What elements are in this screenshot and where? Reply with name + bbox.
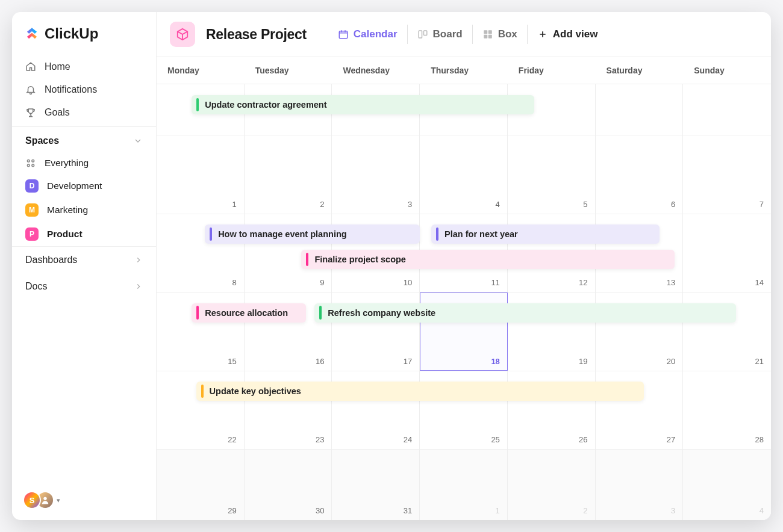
calendar-cell[interactable]: 1 <box>157 135 245 214</box>
day-number: 8 <box>232 278 236 287</box>
calendar-week: 2930311234 <box>157 450 771 520</box>
svg-rect-8 <box>484 30 487 34</box>
calendar-event[interactable]: Finalize project scope <box>301 250 674 269</box>
calendar-event[interactable]: Refresh company website <box>314 303 735 323</box>
calendar-cell[interactable]: 2 <box>245 135 332 214</box>
bell-icon <box>25 84 36 95</box>
calendar-cell[interactable]: 31 <box>332 450 420 520</box>
calendar-cell[interactable]: 3 <box>332 135 420 214</box>
nav-dashboards[interactable]: Dashboards <box>12 246 156 273</box>
day-number: 13 <box>667 278 675 287</box>
calendar-event[interactable]: How to manage event planning <box>205 224 420 244</box>
primary-nav: Home Notifications Goals <box>12 53 156 126</box>
day-number: 3 <box>408 200 412 209</box>
svg-point-2 <box>27 164 30 167</box>
view-add[interactable]: Add view <box>527 25 608 44</box>
space-label: Marketing <box>47 205 88 215</box>
day-number: 29 <box>228 506 236 515</box>
day-number: 24 <box>404 435 412 444</box>
event-title: Plan for next year <box>445 229 518 239</box>
calendar-cell[interactable]: 6 <box>596 135 684 214</box>
day-number: 27 <box>667 435 675 444</box>
view-board-label: Board <box>433 28 463 40</box>
main-panel: Release Project Calendar Board <box>157 12 771 520</box>
calendar-cell[interactable]: 14 <box>683 214 771 292</box>
view-box[interactable]: Box <box>472 25 527 44</box>
spaces-toggle[interactable]: Spaces <box>12 127 156 152</box>
svg-point-0 <box>27 159 30 162</box>
caret-down-icon: ▾ <box>57 496 60 504</box>
project-title: Release Project <box>206 26 307 43</box>
day-number: 4 <box>760 506 764 515</box>
event-color-bar <box>306 253 308 266</box>
view-tabs: Calendar Board Box <box>328 25 608 44</box>
space-badge: P <box>25 227 39 241</box>
calendar-event[interactable]: Plan for next year <box>431 224 660 244</box>
day-number: 15 <box>228 357 236 366</box>
profile-switcher[interactable]: S ▾ <box>12 483 156 520</box>
svg-point-1 <box>32 159 34 162</box>
day-header: Monday <box>157 57 245 84</box>
day-number: 2 <box>320 200 324 209</box>
view-calendar[interactable]: Calendar <box>328 25 407 44</box>
event-title: Update contractor agreement <box>205 100 326 110</box>
clickup-logo-icon <box>24 26 40 42</box>
calendar-cell[interactable]: 29 <box>157 450 245 520</box>
spaces-label: Spaces <box>25 135 59 146</box>
event-color-bar <box>196 306 199 319</box>
day-header: Saturday <box>596 57 684 84</box>
calendar-event[interactable]: Resource allocation <box>192 303 305 323</box>
calendar-cell[interactable]: 4 <box>683 450 771 520</box>
calendar-cell[interactable]: 30 <box>245 450 332 520</box>
calendar-cell[interactable] <box>683 84 771 135</box>
space-item-marketing[interactable]: MMarketing <box>12 198 156 222</box>
calendar-cell[interactable]: 7 <box>683 135 771 214</box>
calendar-cell[interactable]: 4 <box>420 135 508 214</box>
event-color-bar <box>436 227 438 241</box>
calendar-cell[interactable]: 5 <box>508 135 596 214</box>
calendar-cell[interactable]: 3 <box>596 450 684 520</box>
nav-home[interactable]: Home <box>12 55 156 78</box>
space-item-product[interactable]: PProduct <box>12 222 156 246</box>
svg-rect-9 <box>488 30 491 34</box>
day-header: Wednesday <box>332 57 420 84</box>
day-number: 1 <box>232 200 236 209</box>
box-icon <box>482 29 493 40</box>
event-color-bar <box>210 227 212 241</box>
day-number: 22 <box>228 435 236 444</box>
event-color-bar <box>196 98 199 111</box>
project-header: Release Project Calendar Board <box>157 12 771 57</box>
svg-rect-5 <box>339 31 348 39</box>
trophy-icon <box>25 107 36 118</box>
space-everything-label: Everything <box>45 158 89 169</box>
svg-rect-6 <box>419 31 422 38</box>
day-number: 18 <box>491 357 499 366</box>
day-number: 3 <box>671 506 675 515</box>
space-everything[interactable]: Everything <box>12 152 156 174</box>
day-number: 2 <box>583 506 587 515</box>
view-board[interactable]: Board <box>407 25 472 44</box>
day-number: 28 <box>755 435 764 444</box>
space-item-development[interactable]: DDevelopment <box>12 174 156 198</box>
calendar-day-header: MondayTuesdayWednesdayThursdayFridaySatu… <box>157 57 771 84</box>
calendar-cell[interactable]: 28 <box>683 371 771 450</box>
nav-docs[interactable]: Docs <box>12 273 156 300</box>
space-label: Product <box>47 229 83 240</box>
nav-home-label: Home <box>45 61 70 72</box>
event-title: Resource allocation <box>205 308 288 318</box>
day-header: Friday <box>508 57 596 84</box>
nav-goals-label: Goals <box>45 107 70 118</box>
event-title: Finalize project scope <box>314 255 406 264</box>
calendar-cell[interactable]: 1 <box>420 450 508 520</box>
brand-logo[interactable]: ClickUp <box>12 23 156 53</box>
calendar-event[interactable]: Update key objectives <box>196 382 644 401</box>
day-number: 26 <box>579 435 587 444</box>
home-icon <box>25 61 36 72</box>
calendar-event[interactable]: Update contractor agreement <box>192 95 534 114</box>
nav-docs-label: Docs <box>25 281 47 292</box>
calendar-cell[interactable] <box>596 84 684 135</box>
project-icon[interactable] <box>170 22 195 47</box>
calendar-cell[interactable]: 2 <box>508 450 596 520</box>
nav-goals[interactable]: Goals <box>12 101 156 124</box>
nav-notifications[interactable]: Notifications <box>12 78 156 101</box>
